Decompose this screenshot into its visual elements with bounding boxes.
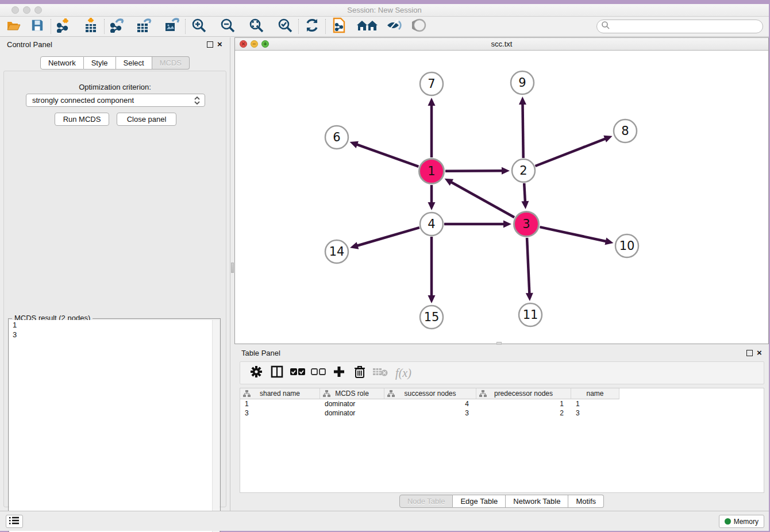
table-cell: 2 <box>476 408 571 418</box>
column-header-name[interactable]: name <box>571 388 619 399</box>
run-mcds-button[interactable]: Run MCDS <box>55 113 109 126</box>
mcds-panel-body: Optimization criterion: strongly connect… <box>3 71 226 507</box>
network-view-frame: ✕ − + scc.txt 1234678910111415 <box>234 37 769 344</box>
arrowhead-1-6 <box>350 141 359 148</box>
zoom-selected-button[interactable] <box>275 18 295 35</box>
app-window: Session: New Session <box>0 4 769 531</box>
tab-motifs[interactable]: Motifs <box>568 495 604 508</box>
node-table[interactable]: shared nameMCDS rolesuccessor nodesprede… <box>240 388 764 493</box>
table-tabs: Node Table Edge Table Network Table Moti… <box>234 495 769 508</box>
table-body: 1dominator4113dominator323 <box>240 399 764 418</box>
edge-3-1[interactable] <box>449 182 514 218</box>
home-icon <box>356 19 379 34</box>
result-scrollbar[interactable] <box>212 320 220 532</box>
column-header-shared-name[interactable]: shared name <box>240 388 320 399</box>
node-label-1: 1 <box>428 164 435 178</box>
table-panel: Table Panel × <box>234 346 769 511</box>
column-header-predecessor-nodes[interactable]: predecessor nodes <box>476 388 571 399</box>
control-panel-title: Control Panel <box>7 40 52 49</box>
deselect-all-button[interactable] <box>308 364 329 382</box>
delete-table-button[interactable] <box>370 364 391 382</box>
select-all-button[interactable] <box>287 364 308 382</box>
result-line: 1 <box>9 320 220 330</box>
tab-style[interactable]: Style <box>84 56 116 70</box>
table-row[interactable]: 1dominator411 <box>240 399 764 408</box>
zoom-out-button[interactable] <box>218 18 237 35</box>
search-box <box>596 20 763 33</box>
float-panel-icon[interactable] <box>207 41 213 48</box>
table-toolbar: f(x) <box>240 361 764 384</box>
tab-edge-table[interactable]: Edge Table <box>453 495 506 508</box>
save-session-button[interactable] <box>28 18 47 35</box>
list-icon <box>9 516 20 527</box>
edge-2-8[interactable] <box>535 138 607 166</box>
edge-2-9[interactable] <box>522 102 523 158</box>
desktop: Session: New Session <box>0 0 770 532</box>
edge-1-6[interactable] <box>355 144 418 166</box>
export-table-button[interactable] <box>134 18 154 35</box>
splitter-grip[interactable] <box>231 263 234 273</box>
edge-2-3[interactable] <box>524 183 525 203</box>
function-builder-button[interactable]: f(x) <box>391 364 416 382</box>
tab-select[interactable]: Select <box>116 56 152 70</box>
vertical-splitter[interactable] <box>230 37 234 511</box>
network-canvas[interactable]: 1234678910111415 <box>235 51 768 344</box>
table-cell: 1 <box>571 399 619 408</box>
close-panel-icon[interactable]: × <box>217 39 222 49</box>
table-row[interactable]: 3dominator323 <box>240 408 764 418</box>
refresh-button[interactable] <box>302 18 322 35</box>
style-preview-icon <box>386 19 402 34</box>
export-image-button[interactable] <box>162 18 182 35</box>
tab-mcds[interactable]: MCDS <box>152 56 190 70</box>
open-session-button[interactable] <box>3 18 23 35</box>
arrowhead-3-10 <box>605 238 613 245</box>
export-network-button[interactable] <box>108 18 128 35</box>
mcds-result-group: MCDS result (2 nodes) 1 3 <box>8 318 221 532</box>
close-table-panel-icon[interactable]: × <box>757 348 762 357</box>
column-header-MCDS-role[interactable]: MCDS role <box>320 388 384 399</box>
criterion-value: strongly connected component <box>32 96 134 105</box>
column-header-successor-nodes[interactable]: successor nodes <box>384 388 476 399</box>
search-input[interactable] <box>610 21 763 32</box>
edge-4-14[interactable] <box>356 228 419 246</box>
edge-3-11[interactable] <box>527 238 529 295</box>
tab-network[interactable]: Network <box>40 56 84 70</box>
table-panel-title: Table Panel <box>241 349 280 357</box>
style-preview-button[interactable] <box>384 18 404 35</box>
column-layout-button[interactable] <box>267 364 287 382</box>
import-network-button[interactable] <box>55 18 74 35</box>
control-panel-tabs: Network Style Select MCDS <box>0 56 230 70</box>
import-table-button[interactable] <box>81 18 101 35</box>
gear-icon <box>250 365 263 380</box>
edge-3-10[interactable] <box>540 227 607 242</box>
mcds-result-list[interactable]: 1 3 <box>9 320 220 532</box>
delete-table-icon <box>373 367 388 379</box>
home-view-button[interactable] <box>355 18 380 35</box>
memory-button[interactable]: Memory <box>719 515 764 528</box>
delete-column-button[interactable] <box>349 364 370 382</box>
checked-boxes-icon <box>290 368 305 378</box>
arrowhead-4-15 <box>428 295 436 303</box>
export-network-icon <box>110 18 125 35</box>
node-label-9: 9 <box>518 76 526 90</box>
edge-1-2[interactable] <box>445 171 504 171</box>
save-floppy-icon <box>31 19 44 34</box>
fx-icon: f(x) <box>395 367 411 380</box>
criterion-select[interactable]: strongly connected component <box>26 94 205 107</box>
float-table-panel-icon[interactable] <box>746 350 753 356</box>
columns-icon <box>271 365 283 380</box>
tab-network-table[interactable]: Network Table <box>506 495 568 508</box>
zoom-fit-button[interactable] <box>247 18 266 35</box>
show-hide-button[interactable] <box>410 18 429 35</box>
zoom-in-button[interactable] <box>189 18 209 35</box>
horizontal-splitter-grip[interactable] <box>496 342 502 345</box>
open-network-file-button[interactable] <box>329 18 349 35</box>
tab-node-table[interactable]: Node Table <box>399 495 453 508</box>
export-image-icon <box>164 18 179 35</box>
arrowhead-1-7 <box>428 98 436 106</box>
table-settings-button[interactable] <box>246 364 267 382</box>
optimization-criterion-label: Optimization criterion: <box>4 83 226 91</box>
close-panel-button[interactable]: Close panel <box>117 113 176 126</box>
task-history-button[interactable] <box>6 515 23 528</box>
add-column-button[interactable] <box>329 364 349 382</box>
